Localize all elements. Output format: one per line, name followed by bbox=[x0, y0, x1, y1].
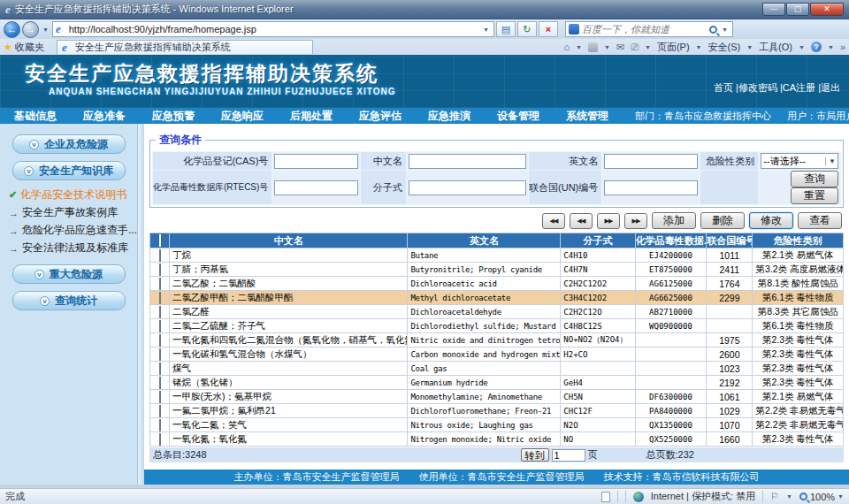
help-icon[interactable]: ? bbox=[811, 42, 822, 52]
col-rtecs[interactable]: 化学品毒性数据... bbox=[635, 233, 706, 248]
table-row[interactable]: 一氟二氯甲烷；氟利昂21Dichlorofluoromethane; Freon… bbox=[150, 404, 844, 418]
table-row[interactable]: 二氯乙醛DichloroacetaldehydeC2H2C12OAB271000… bbox=[150, 305, 844, 319]
command-dropdown-icon[interactable]: ▼ bbox=[696, 44, 702, 50]
menu-item-7[interactable]: 设备管理 bbox=[497, 109, 539, 124]
menu-item-2[interactable]: 应急预警 bbox=[152, 109, 195, 124]
menu-item-6[interactable]: 应急推演 bbox=[428, 109, 470, 124]
row-checkbox[interactable] bbox=[159, 419, 161, 431]
address-dropdown-icon[interactable]: ▼ bbox=[481, 27, 491, 33]
select-all-header[interactable] bbox=[150, 233, 170, 248]
view-button[interactable]: 查看 bbox=[798, 212, 842, 229]
col-cn-name[interactable]: 中文名 bbox=[170, 233, 408, 248]
hazard-class-select[interactable]: --请选择-- ▼ bbox=[761, 153, 838, 169]
table-row[interactable]: 一氧化二氮；笑气Nitrous oxide; Laughing gasN2OQX… bbox=[150, 418, 844, 432]
search-box[interactable]: ▼ bbox=[565, 21, 733, 37]
search-icon[interactable] bbox=[709, 26, 717, 34]
compatibility-view-button[interactable]: ▤ bbox=[496, 21, 516, 37]
menu-item-1[interactable]: 应急准备 bbox=[83, 109, 126, 124]
col-hazard[interactable]: 危险性类别 bbox=[753, 233, 844, 248]
banner-link[interactable]: 退出 bbox=[821, 82, 840, 93]
col-un-no[interactable]: 联合国编号 bbox=[707, 233, 753, 248]
feeds-dropdown-icon[interactable]: ▼ bbox=[604, 44, 610, 50]
sidebar-group-2[interactable]: v重大危险源 bbox=[12, 264, 126, 284]
goto-button[interactable]: 转到 bbox=[521, 448, 549, 462]
banner-link[interactable]: 首页 bbox=[714, 82, 733, 93]
table-row[interactable]: 二氯二乙硫醚；芥子气Dichlorodiethyl sulfide; Musta… bbox=[150, 319, 844, 333]
row-checkbox[interactable] bbox=[159, 278, 161, 290]
back-button[interactable]: ← bbox=[4, 21, 20, 38]
table-row[interactable]: 二氯乙酸甲酯；二氯醋酸甲酯Methyl dichloroacetateC3H4C… bbox=[150, 291, 844, 305]
table-row[interactable]: 锗烷（氢化锗）Germanium hydrideGeH42192第2.3类 毒性… bbox=[150, 376, 844, 390]
row-checkbox[interactable] bbox=[159, 292, 161, 304]
row-checkbox[interactable] bbox=[159, 433, 161, 446]
sidebar-group-0[interactable]: v企业及危险源 bbox=[12, 134, 126, 154]
col-formula[interactable]: 分子式 bbox=[561, 233, 635, 248]
banner-link[interactable]: CA注册 bbox=[783, 82, 815, 93]
menu-item-3[interactable]: 应急响应 bbox=[221, 109, 264, 124]
table-row[interactable]: 一氧化氮和四氧化二氮混合物（氮氧化物，硝基气，氧化氮气体）Nitric oxid… bbox=[150, 333, 844, 347]
menu-item-4[interactable]: 后期处置 bbox=[290, 109, 333, 124]
table-row[interactable]: 丁腈；丙基氰Butyronitrile; Propyl cyanideC4H7N… bbox=[150, 263, 844, 277]
search-options-icon[interactable]: ▼ bbox=[720, 27, 730, 33]
en-name-input[interactable] bbox=[604, 154, 698, 169]
banner-link[interactable]: 修改密码 bbox=[738, 82, 777, 93]
sidebar-item-1-1[interactable]: →安全生产事故案例库 bbox=[9, 205, 137, 220]
history-dropdown-icon[interactable]: ▼ bbox=[41, 27, 50, 33]
cn-name-input[interactable] bbox=[409, 154, 526, 169]
row-checkbox[interactable] bbox=[159, 391, 161, 403]
table-row[interactable]: 一氧化碳和氢气混合物（水煤气）Carbon monoxide and hydro… bbox=[150, 347, 844, 362]
table-row[interactable]: 二氯乙酸；二氯醋酸Dichloroacetic acidC2H2C12O2AG6… bbox=[150, 277, 844, 291]
row-checkbox[interactable] bbox=[159, 249, 161, 262]
home-dropdown-icon[interactable]: ▼ bbox=[576, 44, 582, 50]
command-item-0[interactable]: 页面(P) bbox=[657, 41, 690, 54]
last-page-button[interactable]: ▶▶ bbox=[624, 213, 647, 229]
row-checkbox[interactable] bbox=[159, 348, 161, 361]
first-page-button[interactable]: ◀◀ bbox=[542, 213, 565, 229]
refresh-button[interactable]: ↻ bbox=[517, 21, 537, 37]
row-checkbox[interactable] bbox=[159, 405, 161, 417]
browser-tab[interactable]: e 安全生产应急救援指挥辅助决策系统 bbox=[57, 40, 313, 54]
menu-item-8[interactable]: 系统管理 bbox=[566, 109, 608, 124]
command-dropdown-icon[interactable]: ▼ bbox=[799, 44, 805, 50]
protected-dropdown-icon[interactable]: ▼ bbox=[786, 493, 792, 500]
search-button[interactable]: 查询 bbox=[791, 171, 838, 187]
next-page-button[interactable]: ▶▶ bbox=[597, 213, 620, 229]
row-checkbox[interactable] bbox=[159, 377, 161, 389]
row-checkbox[interactable] bbox=[159, 363, 161, 375]
table-row[interactable]: 一氧化氮；氧化氮Nitrogen monoxide; Nitric oxideN… bbox=[150, 432, 844, 447]
sidebar-item-1-2[interactable]: →危险化学品应急速查手... bbox=[9, 223, 137, 238]
edit-button[interactable]: 修改 bbox=[749, 212, 793, 229]
print-dropdown-icon[interactable]: ▼ bbox=[645, 44, 651, 50]
formula-input[interactable] bbox=[409, 180, 526, 195]
menu-item-0[interactable]: 基础信息 bbox=[14, 109, 57, 124]
sidebar-item-1-0[interactable]: ✔化学品安全技术说明书 bbox=[9, 187, 137, 202]
sidebar-item-1-3[interactable]: →安全法律法规及标准库 bbox=[9, 241, 137, 256]
table-row[interactable]: 丁烷ButaneC4H10EJ42000001011第2.1类 易燃气体 bbox=[150, 248, 844, 263]
sidebar-group-1[interactable]: v安全生产知识库 bbox=[12, 161, 126, 180]
command-dropdown-icon[interactable]: ▼ bbox=[746, 44, 753, 50]
rtecs-input[interactable] bbox=[274, 180, 358, 195]
favorites-label[interactable]: 收藏夹 bbox=[15, 41, 44, 54]
overflow-chevron-icon[interactable]: » bbox=[840, 42, 845, 52]
feeds-icon[interactable] bbox=[588, 42, 598, 52]
mail-icon[interactable]: ✉ bbox=[616, 42, 624, 53]
help-dropdown-icon[interactable]: ▼ bbox=[828, 44, 834, 50]
url-input[interactable] bbox=[69, 24, 478, 34]
favorites-star-icon[interactable]: ★ bbox=[4, 42, 12, 53]
prev-page-button[interactable]: ◀◀ bbox=[570, 213, 593, 229]
forward-button[interactable]: → bbox=[22, 21, 39, 38]
sidebar-group-3[interactable]: v查询统计 bbox=[12, 291, 126, 310]
address-bar[interactable]: e ▼ bbox=[52, 21, 494, 37]
add-button[interactable]: 添加 bbox=[652, 212, 696, 229]
command-item-2[interactable]: 工具(O) bbox=[759, 41, 792, 54]
row-checkbox[interactable] bbox=[159, 334, 161, 347]
delete-button[interactable]: 删除 bbox=[700, 212, 745, 229]
row-checkbox[interactable] bbox=[159, 320, 161, 332]
stop-button[interactable]: × bbox=[539, 21, 558, 37]
zoom-control[interactable]: 100% ▼ bbox=[799, 492, 844, 502]
minimize-button[interactable]: — bbox=[762, 3, 785, 16]
col-en-name[interactable]: 英文名 bbox=[408, 233, 561, 248]
home-icon[interactable]: ⌂ bbox=[563, 42, 570, 52]
table-row[interactable]: 煤气Coal gas1023第2.3类 毒性气体 bbox=[150, 362, 844, 376]
close-button[interactable]: ✕ bbox=[810, 3, 844, 16]
